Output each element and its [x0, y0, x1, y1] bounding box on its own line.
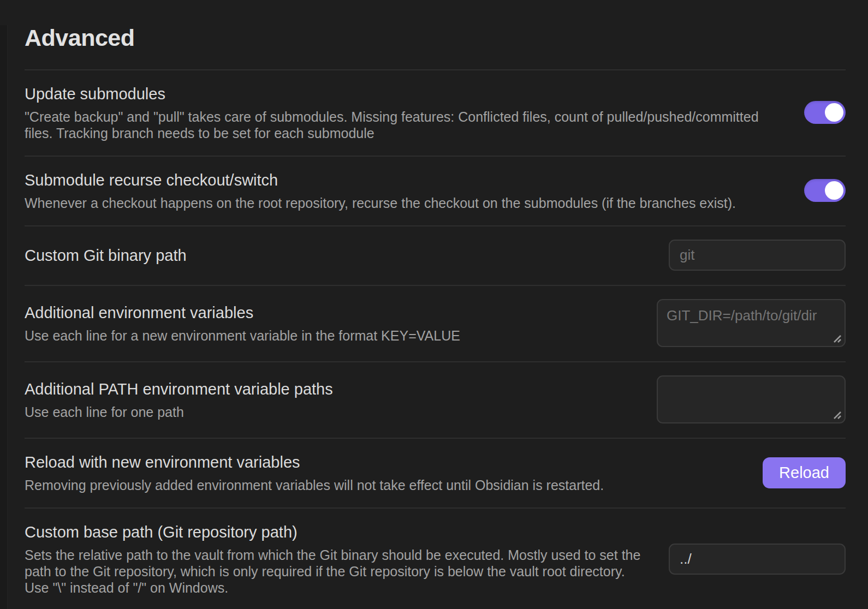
- setting-control: [669, 544, 846, 575]
- submodule-recurse-toggle[interactable]: [804, 179, 846, 202]
- setting-name: Additional environment variables: [25, 302, 635, 323]
- setting-description: Sets the relative path to the vault from…: [25, 547, 647, 596]
- setting-info: Submodule recurse checkout/switch Whenev…: [25, 170, 804, 211]
- setting-description: Whenever a checkout happens on the root …: [25, 195, 782, 211]
- setting-row-submodule-recurse: Submodule recurse checkout/switch Whenev…: [25, 156, 846, 225]
- setting-description: Use each line for one path: [25, 404, 635, 420]
- setting-name: Reload with new environment variables: [25, 452, 741, 473]
- setting-name: Update submodules: [25, 83, 782, 104]
- setting-info: Additional PATH environment variable pat…: [25, 379, 657, 420]
- setting-name: Submodule recurse checkout/switch: [25, 170, 782, 190]
- setting-control: [657, 299, 846, 347]
- path-variables-textarea[interactable]: [657, 375, 846, 423]
- setting-info: Custom base path (Git repository path) S…: [25, 522, 669, 596]
- setting-row-path-variables: Additional PATH environment variable pat…: [25, 361, 846, 438]
- setting-info: Additional environment variables Use eac…: [25, 302, 657, 344]
- setting-row-custom-base-path: Custom base path (Git repository path) S…: [25, 507, 846, 609]
- custom-base-path-input[interactable]: [669, 544, 846, 575]
- update-submodules-toggle[interactable]: [804, 101, 846, 124]
- resize-grip-icon[interactable]: [830, 331, 842, 343]
- page-title: Advanced: [25, 25, 846, 50]
- settings-content: Advanced Update submodules "Create backu…: [0, 25, 868, 609]
- setting-row-reload-env: Reload with new environment variables Re…: [25, 438, 846, 507]
- setting-row-update-submodules: Update submodules "Create backup" and "p…: [25, 69, 846, 156]
- setting-control: [804, 101, 846, 124]
- setting-name: Custom Git binary path: [25, 245, 647, 266]
- env-variables-textarea[interactable]: [657, 299, 846, 347]
- setting-control: Reload: [763, 457, 846, 488]
- setting-name: Additional PATH environment variable pat…: [25, 379, 635, 399]
- setting-description: Removing previously added environment va…: [25, 477, 741, 493]
- setting-control: [669, 240, 846, 271]
- setting-info: Reload with new environment variables Re…: [25, 452, 763, 493]
- setting-control: [804, 179, 846, 202]
- textarea-wrap: [657, 375, 846, 423]
- toggle-knob-icon: [825, 103, 843, 122]
- setting-description: "Create backup" and "pull" takes care of…: [25, 109, 782, 141]
- setting-description: Use each line for a new environment vari…: [25, 327, 635, 344]
- toggle-knob-icon: [825, 181, 843, 200]
- setting-info: Custom Git binary path: [25, 245, 669, 266]
- setting-info: Update submodules "Create backup" and "p…: [25, 83, 804, 141]
- git-binary-path-input[interactable]: [669, 240, 846, 271]
- setting-control: [657, 375, 846, 423]
- setting-name: Custom base path (Git repository path): [25, 522, 647, 542]
- settings-advanced-page: Advanced Update submodules "Create backu…: [0, 25, 868, 609]
- setting-row-git-binary-path: Custom Git binary path: [25, 225, 846, 285]
- textarea-wrap: [657, 299, 846, 347]
- resize-grip-icon[interactable]: [830, 408, 842, 420]
- setting-row-env-variables: Additional environment variables Use eac…: [25, 285, 846, 361]
- reload-button[interactable]: Reload: [763, 457, 846, 488]
